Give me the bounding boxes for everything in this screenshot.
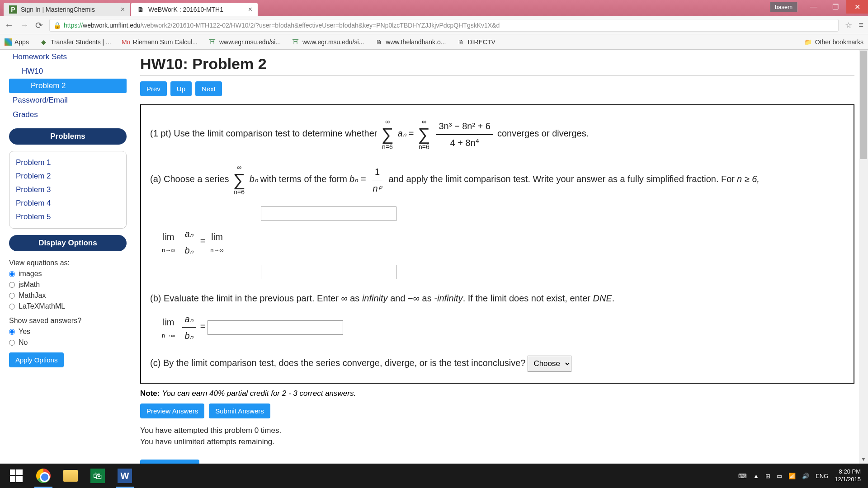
radio-input[interactable] (9, 282, 15, 288)
scroll-down-icon[interactable]: ▼ (859, 455, 868, 464)
reload-button[interactable]: ⟳ (35, 20, 43, 31)
show-saved-label: Show saved answers? (9, 315, 127, 326)
minimize-button[interactable]: — (803, 0, 825, 14)
store-icon: 🛍 (90, 469, 105, 483)
network-icon[interactable]: 📶 (788, 473, 796, 479)
svg-rect-3 (16, 476, 23, 482)
close-icon[interactable]: × (248, 5, 252, 14)
lock-icon: 🔒 (53, 22, 61, 29)
favicon-page-icon: 🗎 (137, 5, 145, 14)
bookmark-icon: ⛩ (208, 38, 217, 46)
bookmark-icon: Mα (122, 38, 130, 46)
sidebar: Homework Sets HW10 Problem 2 Password/Em… (0, 50, 136, 464)
bookmark-item[interactable]: 🗎www.thelandbank.o... (375, 38, 446, 46)
note: Note: You can earn 40% partial credit fo… (140, 389, 854, 398)
back-button[interactable]: ← (5, 20, 14, 30)
volume-icon[interactable]: 🔊 (802, 473, 809, 479)
tab-title: Sign In | MasteringChemis (21, 6, 95, 13)
bookmark-star-icon[interactable]: ☆ (845, 20, 852, 30)
browser-tab-active[interactable]: 🗎 WeBWorK : 201610-MTH1 × (131, 3, 258, 16)
convergence-select[interactable]: Choose (528, 356, 571, 372)
radio-input[interactable] (9, 271, 15, 277)
bookmark-item[interactable]: ⛩www.egr.msu.edu/si... (208, 38, 281, 46)
favicon-p-icon: P (9, 5, 17, 14)
tray-chevron-icon[interactable]: ▲ (753, 473, 759, 479)
radio-mathjax[interactable]: MathJax (9, 290, 127, 301)
radio-input[interactable] (9, 329, 15, 335)
problem-link-2[interactable]: Problem 2 (16, 169, 120, 183)
url-input[interactable]: 🔒 https://webwork.umflint.edu/webwork2/2… (49, 19, 839, 32)
answer-input-denominator[interactable] (261, 265, 396, 279)
problem-link-5[interactable]: Problem 5 (16, 210, 120, 224)
radio-latexmathml[interactable]: LaTeXMathML (9, 301, 127, 312)
fraction: aₙbₙ (182, 225, 196, 258)
radio-input[interactable] (9, 304, 15, 310)
bookmark-item[interactable]: MαRiemann Sum Calcul... (122, 38, 198, 46)
keyboard-icon[interactable]: ⌨ (738, 473, 747, 479)
apply-options-button[interactable]: Apply Options (9, 352, 64, 367)
menu-icon[interactable]: ≡ (859, 20, 863, 30)
bookmark-item[interactable]: ⛩www.egr.msu.edu/si... (292, 38, 364, 46)
radio-images[interactable]: images (9, 268, 127, 279)
forward-button[interactable]: → (20, 20, 29, 30)
radio-jsmath[interactable]: jsMath (9, 279, 127, 290)
radio-no[interactable]: No (9, 337, 127, 348)
scroll-thumb[interactable] (860, 51, 867, 159)
bookmark-item[interactable]: ◆Transfer Students | ... (40, 38, 111, 46)
taskbar-word[interactable]: W (111, 464, 138, 488)
radio-input[interactable] (9, 340, 15, 346)
attempts-info: You have attempted this problem 0 times.… (140, 425, 854, 448)
up-button[interactable]: Up (170, 81, 192, 96)
submit-answers-button[interactable]: Submit Answers (209, 404, 270, 418)
language-indicator[interactable]: ENG (816, 473, 828, 479)
folder-icon: 📁 (804, 38, 812, 46)
fraction: aₙbₙ (182, 311, 196, 344)
apps-icon (5, 38, 12, 46)
bookmark-item[interactable]: 🗎DIRECTV (457, 38, 495, 46)
taskbar-store[interactable]: 🛍 (84, 464, 111, 488)
sidebar-password-email[interactable]: Password/Email (9, 93, 127, 108)
other-bookmarks[interactable]: 📁Other bookmarks (804, 38, 863, 46)
sidebar-grades[interactable]: Grades (9, 108, 127, 122)
action-center-icon[interactable]: ⊞ (765, 473, 770, 479)
bookmark-icon: ⛩ (292, 38, 300, 46)
browser-tab-inactive[interactable]: P Sign In | MasteringChemis × (4, 3, 130, 16)
main-content: HW10: Problem 2 Prev Up Next (1 pt) Use … (136, 50, 868, 464)
radio-yes[interactable]: Yes (9, 326, 127, 337)
scrollbar[interactable]: ▲ ▼ (859, 50, 868, 464)
maximize-button[interactable]: ❐ (825, 0, 846, 14)
problem-link-3[interactable]: Problem 3 (16, 183, 120, 197)
sidebar-problem2-active[interactable]: Problem 2 (9, 79, 127, 93)
radio-input[interactable] (9, 293, 15, 299)
taskbar-explorer[interactable] (57, 464, 84, 488)
folder-icon (63, 470, 78, 482)
problem-link-4[interactable]: Problem 4 (16, 197, 120, 210)
close-window-button[interactable]: ✕ (846, 0, 868, 14)
prev-button[interactable]: Prev (140, 81, 167, 96)
start-button[interactable] (3, 464, 30, 488)
preview-answers-button[interactable]: Preview Answers (140, 404, 204, 418)
taskbar-chrome[interactable] (30, 464, 57, 488)
user-badge[interactable]: basem (770, 2, 797, 12)
taskbar: 🛍 W ⌨ ▲ ⊞ ▭ 📶 🔊 ENG 8:20 PM12/1/2015 (0, 464, 868, 488)
sidebar-homework-sets[interactable]: Homework Sets (9, 50, 127, 64)
limit: limn→∞ (210, 229, 224, 255)
email-instructor-button[interactable]: Email instructor (140, 460, 199, 464)
answer-input-numerator[interactable] (261, 206, 396, 221)
sidebar-hw10[interactable]: HW10 (9, 64, 127, 79)
close-icon[interactable]: × (121, 5, 125, 14)
battery-icon[interactable]: ▭ (777, 473, 782, 479)
next-button[interactable]: Next (195, 81, 222, 96)
answer-input-limit[interactable] (208, 320, 343, 335)
apps-button[interactable]: Apps (5, 38, 29, 46)
clock[interactable]: 8:20 PM12/1/2015 (835, 468, 861, 483)
window-titlebar: P Sign In | MasteringChemis × 🗎 WeBWorK … (0, 0, 868, 16)
url-protocol: https:// (64, 22, 83, 29)
q-intro: (1 pt) Use the limit comparison test to … (150, 128, 377, 138)
svg-rect-1 (16, 469, 23, 475)
tab-title: WeBWorK : 201610-MTH1 (148, 6, 223, 13)
chrome-icon (36, 469, 51, 483)
problems-box: Problem 1 Problem 2 Problem 3 Problem 4 … (9, 151, 127, 229)
problem-link-1[interactable]: Problem 1 (16, 156, 120, 169)
sum-symbol: ∞∑n=6 (418, 116, 430, 153)
